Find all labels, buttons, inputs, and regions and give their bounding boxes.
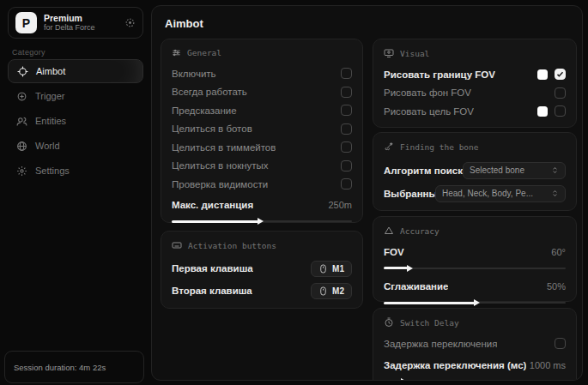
slider-label: Макс. дистанция	[172, 200, 253, 210]
fov-border-color-swatch[interactable]	[537, 69, 548, 80]
sidebar-item-world[interactable]: World	[8, 134, 143, 158]
bone-icon	[384, 141, 394, 152]
slider-value: 1000 ms	[530, 360, 566, 370]
visual-card: Visual Рисовать границу FOV Рисовать фон…	[373, 39, 577, 128]
switch-delay-checkbox[interactable]	[555, 338, 566, 349]
gear-icon	[16, 165, 27, 177]
fov-target-checkbox[interactable]	[555, 105, 566, 117]
slider-label: Задержка переключения (мс)	[384, 360, 526, 370]
check-icon	[556, 70, 564, 78]
smoothing-slider[interactable]	[384, 298, 566, 307]
section-title: Accuracy	[400, 226, 439, 236]
category-label: Category	[12, 48, 45, 57]
fov-slider[interactable]	[384, 264, 566, 273]
brand-subtitle: for Delta Force	[44, 23, 124, 32]
toggle-row-target-bots: Целиться в ботов	[172, 120, 352, 139]
slider-fill[interactable]	[384, 381, 402, 382]
second-key-button[interactable]: M2	[311, 283, 352, 299]
accuracy-card-header: Accuracy	[384, 226, 566, 236]
visual-label: Рисовать фон FOV	[384, 87, 471, 98]
sidebar-item-label: Trigger	[35, 91, 64, 101]
dropdown-value: Head, Neck, Body, Pe...	[442, 189, 533, 198]
fov-target-color-swatch[interactable]	[537, 106, 548, 117]
target-teammates-checkbox[interactable]	[341, 141, 352, 153]
max-distance-slider[interactable]	[172, 217, 352, 226]
mouse-icon	[318, 264, 328, 274]
first-key-row: Первая клавиша M1	[172, 257, 352, 280]
session-duration-text: Session duration: 4m 22s	[14, 363, 106, 372]
second-key-row: Вторая клавиша M2	[172, 280, 352, 302]
target-knocked-checkbox[interactable]	[341, 160, 352, 171]
slider-label: FOV	[384, 247, 404, 257]
activation-card: Activation buttons Первая клавиша M1 Вто…	[161, 231, 363, 309]
general-card: General Включить Всегда работать Предска…	[161, 39, 363, 223]
toggle-label: Проверка видимости	[172, 179, 268, 189]
app-window: P Premium for Delta Force Category Aimbo…	[0, 0, 588, 385]
switch-delay-card: Switch Delay Задержка переключения Задер…	[373, 308, 577, 381]
fov-background-checkbox[interactable]	[555, 87, 566, 99]
monitor-icon	[384, 48, 394, 58]
slider-fill[interactable]	[384, 267, 408, 269]
toggle-label: Включить	[172, 69, 216, 79]
sidebar: P Premium for Delta Force Category Aimbo…	[0, 0, 151, 385]
selected-bones-dropdown[interactable]: Head, Neck, Body, Pe...	[435, 185, 566, 202]
sidebar-item-label: Entities	[35, 116, 66, 126]
visibility-check-checkbox[interactable]	[341, 178, 352, 189]
fov-background-controls	[555, 87, 566, 99]
fov-target-row: Рисовать цель FOV	[384, 102, 566, 121]
unfold-icon	[551, 189, 559, 197]
sidebar-item-trigger[interactable]: Trigger	[8, 84, 143, 108]
activation-card-header: Activation buttons	[172, 240, 352, 250]
slider-fill[interactable]	[384, 302, 475, 304]
always-work-checkbox[interactable]	[341, 87, 352, 98]
toggle-label: Задержка переключения	[384, 339, 497, 349]
toggle-row-always-work: Всегда работать	[172, 83, 352, 102]
section-title: Visual	[400, 49, 429, 58]
globe-icon	[16, 141, 27, 152]
bone-card: Finding the bone Алгоритм поиска костей …	[373, 132, 577, 211]
brand-logo: P	[15, 12, 37, 33]
trigger-icon	[16, 91, 27, 102]
sidebar-item-entities[interactable]: Entities	[8, 109, 143, 133]
section-title: Switch Delay	[400, 318, 459, 328]
slider-value: 60°	[551, 247, 566, 257]
toggle-label: Всегда работать	[172, 87, 247, 97]
enable-checkbox[interactable]	[341, 68, 352, 79]
triangle-icon	[384, 226, 394, 236]
toggle-row-target-teammates: Целиться в тиммейтов	[172, 138, 352, 157]
brand-text: Premium for Delta Force	[44, 13, 124, 32]
brand-header: P Premium for Delta Force	[8, 7, 143, 39]
key-label: Первая клавиша	[172, 263, 253, 274]
unfold-icon	[551, 166, 559, 174]
toggle-row-visibility-check: Проверка видимости	[172, 175, 352, 194]
fov-target-controls	[537, 105, 566, 117]
accuracy-card: Accuracy FOV 60° Сглаживание 50%	[373, 216, 577, 302]
slider-value: 250m	[328, 200, 352, 210]
session-duration-box: Session duration: 4m 22s	[4, 351, 144, 383]
refresh-icon[interactable]	[124, 17, 136, 28]
sidebar-item-aimbot[interactable]: Aimbot	[8, 59, 143, 83]
entities-icon	[16, 116, 27, 127]
switch-delay-toggle-row: Задержка переключения	[384, 334, 566, 353]
fov-border-checkbox[interactable]	[555, 69, 566, 80]
bone-algorithm-dropdown[interactable]: Selected bone	[463, 162, 566, 179]
fov-background-row: Рисовать фон FOV	[384, 84, 566, 103]
keyboard-icon	[172, 240, 182, 250]
first-key-button[interactable]: M1	[311, 261, 352, 277]
max-distance-row: Макс. дистанция 250m	[172, 196, 352, 215]
visual-card-header: Visual	[384, 48, 566, 58]
prediction-checkbox[interactable]	[341, 105, 352, 116]
page-title: Aimbot	[165, 17, 203, 30]
brand-title: Premium	[44, 13, 124, 23]
main-panel: Aimbot General Включить Всегда работать	[151, 5, 583, 381]
crosshair-icon	[17, 66, 28, 77]
target-bots-checkbox[interactable]	[341, 123, 352, 135]
toggle-row-enable: Включить	[172, 64, 352, 83]
slider-label: Сглаживание	[384, 281, 448, 292]
visual-label: Рисовать границу FOV	[384, 69, 495, 80]
sidebar-item-label: Aimbot	[36, 66, 65, 76]
sidebar-item-settings[interactable]: Settings	[8, 159, 143, 183]
switch-delay-ms-row: Задержка переключения (мс) 1000 ms	[384, 357, 566, 376]
switch-delay-slider[interactable]	[384, 377, 566, 381]
slider-fill[interactable]	[172, 220, 258, 223]
